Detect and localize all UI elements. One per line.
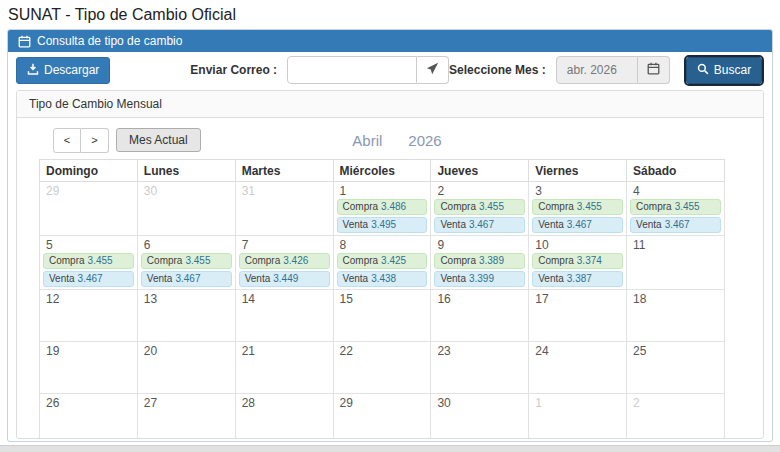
venta-badge: Venta3.399: [434, 271, 525, 287]
calendar-week-row: 5Compra3.455Venta3.4676Compra3.455Venta3…: [40, 236, 725, 290]
day-number: 9: [431, 236, 528, 253]
day-number: 5: [40, 236, 137, 253]
calendar-day-cell: 12: [40, 290, 138, 342]
compra-badge: Compra3.425: [337, 253, 428, 269]
day-number: 3: [529, 182, 626, 199]
calendar-day-cell: 13: [137, 290, 235, 342]
compra-badge: Compra3.455: [43, 253, 134, 269]
weekday-miercoles: Miércoles: [333, 160, 431, 182]
day-number: 30: [431, 394, 528, 411]
day-number: 16: [431, 290, 528, 307]
venta-badge-value: 3.438: [371, 273, 396, 284]
monthly-panel-title: Tipo de Cambio Mensual: [17, 91, 763, 118]
compra-badge-label: Compra: [440, 255, 476, 266]
current-month-button[interactable]: Mes Actual: [116, 128, 201, 152]
exchange-rate-calendar: Domingo Lunes Martes Miércoles Jueves Vi…: [39, 159, 725, 439]
day-number: 24: [529, 342, 626, 359]
venta-badge-label: Venta: [636, 219, 662, 230]
calendar-day-cell: 6Compra3.455Venta3.467: [137, 236, 235, 290]
day-number: 15: [334, 290, 431, 307]
venta-badge-value: 3.467: [469, 219, 494, 230]
venta-badge-label: Venta: [49, 273, 75, 284]
compra-badge: Compra3.389: [434, 253, 525, 269]
panel-header: Consulta de tipo de cambio: [8, 30, 772, 52]
calendar-day-cell: 21: [235, 342, 333, 394]
compra-badge: Compra3.455: [532, 199, 623, 215]
day-number: 23: [431, 342, 528, 359]
calendar-day-cell: 5Compra3.455Venta3.467: [40, 236, 138, 290]
venta-badge-value: 3.467: [78, 273, 103, 284]
next-month-button[interactable]: >: [81, 128, 109, 153]
compra-badge-label: Compra: [538, 201, 574, 212]
calendar-day-cell: 25: [627, 342, 725, 394]
year-label: 2026: [408, 132, 441, 149]
month-label: Seleccione Mes :: [449, 63, 546, 77]
horizontal-scrollbar[interactable]: [0, 445, 780, 452]
venta-badge-value: 3.399: [469, 273, 494, 284]
venta-badge: Venta3.467: [532, 217, 623, 233]
compra-badge: Compra3.426: [239, 253, 330, 269]
email-input[interactable]: [287, 56, 417, 84]
compra-badge-value: 3.455: [577, 201, 602, 212]
compra-badge: Compra3.455: [141, 253, 232, 269]
calendar-day-cell: 1: [529, 394, 627, 440]
day-number: 17: [529, 290, 626, 307]
day-number: 21: [236, 342, 333, 359]
venta-badge: Venta3.467: [141, 271, 232, 287]
search-button[interactable]: Buscar: [686, 57, 762, 84]
day-number: 2: [627, 394, 724, 411]
day-number: 19: [40, 342, 137, 359]
day-number: 29: [40, 182, 137, 199]
compra-badge: Compra3.455: [630, 199, 721, 215]
venta-badge-label: Venta: [343, 219, 369, 230]
venta-badge-label: Venta: [245, 273, 271, 284]
calendar-day-cell: 29: [333, 394, 431, 440]
search-label: Buscar: [714, 63, 751, 77]
calendar-day-cell: 27: [137, 394, 235, 440]
compra-badge: Compra3.486: [337, 199, 428, 215]
calendar-body: 2930311Compra3.486Venta3.4952Compra3.455…: [40, 182, 725, 440]
calendar-day-cell: 15: [333, 290, 431, 342]
day-number: 22: [334, 342, 431, 359]
day-number: 20: [138, 342, 235, 359]
compra-badge: Compra3.374: [532, 253, 623, 269]
day-number: 14: [236, 290, 333, 307]
weekday-header-row: Domingo Lunes Martes Miércoles Jueves Vi…: [40, 160, 725, 182]
calendar-day-cell: 18: [627, 290, 725, 342]
send-icon: [426, 62, 439, 78]
weekday-lunes: Lunes: [137, 160, 235, 182]
day-number: 12: [40, 290, 137, 307]
download-button[interactable]: Descargar: [16, 57, 110, 84]
compra-badge-label: Compra: [636, 201, 672, 212]
venta-badge-label: Venta: [440, 219, 466, 230]
calendar-day-cell: 24: [529, 342, 627, 394]
calendar-day-cell: 17: [529, 290, 627, 342]
compra-badge-value: 3.455: [88, 255, 113, 266]
venta-badge-value: 3.495: [371, 219, 396, 230]
venta-badge-value: 3.467: [175, 273, 200, 284]
calendar-day-cell: 29: [40, 182, 138, 236]
day-number: 25: [627, 342, 724, 359]
venta-badge: Venta3.495: [337, 217, 428, 233]
day-number: 7: [236, 236, 333, 253]
month-picker-button[interactable]: [638, 56, 670, 84]
email-group: Enviar Correo :: [190, 56, 449, 84]
calendar-day-cell: 30: [431, 394, 529, 440]
compra-badge-value: 3.426: [283, 255, 308, 266]
month-input[interactable]: [556, 56, 638, 84]
calendar-day-cell: 10Compra3.374Venta3.387: [529, 236, 627, 290]
venta-badge-value: 3.387: [567, 273, 592, 284]
page-title: SUNAT - Tipo de Cambio Oficial: [8, 6, 780, 24]
calendar-day-cell: 22: [333, 342, 431, 394]
send-email-button[interactable]: [417, 56, 449, 84]
venta-badge-label: Venta: [343, 273, 369, 284]
prev-month-button[interactable]: <: [53, 128, 81, 153]
compra-badge-label: Compra: [343, 255, 379, 266]
venta-badge-value: 3.467: [665, 219, 690, 230]
venta-badge-value: 3.467: [567, 219, 592, 230]
calendar-day-cell: 28: [235, 394, 333, 440]
compra-badge-label: Compra: [440, 201, 476, 212]
compra-badge-label: Compra: [343, 201, 379, 212]
weekday-martes: Martes: [235, 160, 333, 182]
day-number: 13: [138, 290, 235, 307]
